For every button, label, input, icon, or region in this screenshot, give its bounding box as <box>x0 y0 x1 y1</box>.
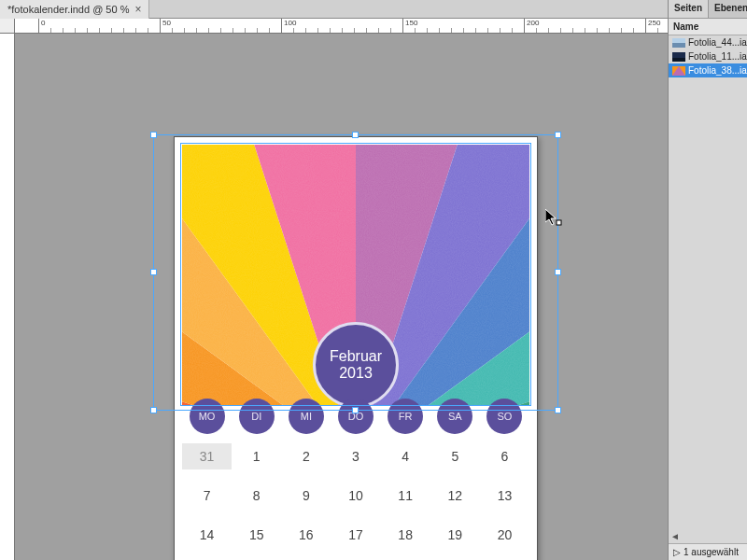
ruler-tick: 50 <box>160 19 171 34</box>
panel-tabs: Seiten Ebenen <box>669 0 747 19</box>
calendar-grid: 311234567891011121314151617181920 <box>182 443 529 548</box>
tab-ebenen[interactable]: Ebenen <box>709 0 747 18</box>
calendar-cell: 15 <box>232 522 281 548</box>
panel-footer: ▷ 1 ausgewählt <box>669 543 747 560</box>
calendar-cell: 16 <box>281 522 331 548</box>
links-list: Fotolia_44...ia Fotolia_11...ia Fotolia_… <box>669 35 747 77</box>
calendar-cell: 18 <box>381 522 430 548</box>
calendar-cell: 5 <box>430 443 480 469</box>
calendar-cell: 31 <box>182 443 232 469</box>
links-panel: Seiten Ebenen Name Fotolia_44...ia Fotol… <box>668 0 747 560</box>
inner-frame <box>180 143 531 406</box>
svg-rect-14 <box>672 58 685 62</box>
calendar-cell: 11 <box>381 483 430 509</box>
tab-seiten[interactable]: Seiten <box>669 0 709 18</box>
document-tab-title: *fotokalender.indd @ 50 % <box>7 4 129 15</box>
calendar-cell: 8 <box>232 483 281 509</box>
calendar-cell: 9 <box>281 483 331 509</box>
calendar-cell: 10 <box>331 483 380 509</box>
calendar-cell: 19 <box>430 522 480 548</box>
ruler-corner <box>0 19 15 34</box>
thumbnail-icon <box>672 38 685 48</box>
link-item[interactable]: Fotolia_11...ia <box>669 49 747 63</box>
calendar-cell: 13 <box>480 483 529 509</box>
svg-rect-12 <box>672 43 685 48</box>
disclosure-icon[interactable]: ▷ <box>673 547 681 557</box>
thumbnail-icon <box>672 66 685 76</box>
scroll-left-icon[interactable]: ◄ <box>670 531 680 541</box>
calendar-cell: 17 <box>331 522 380 548</box>
calendar-cell: 7 <box>182 483 232 509</box>
tab-bar: *fotokalender.indd @ 50 % × <box>0 0 747 19</box>
calendar-cell: 6 <box>480 443 529 469</box>
link-label: Fotolia_11...ia <box>688 51 747 62</box>
calendar-cell: 3 <box>331 443 380 469</box>
calendar-cell: 20 <box>480 522 529 548</box>
link-item[interactable]: Fotolia_44...ia <box>669 35 747 49</box>
calendar-cell: 12 <box>430 483 480 509</box>
calendar-cell: 4 <box>381 443 430 469</box>
panel-column-header: Name <box>669 19 747 35</box>
ruler-vertical[interactable] <box>0 19 15 560</box>
calendar-cell: 1 <box>232 443 281 469</box>
close-icon[interactable]: × <box>134 3 141 16</box>
ruler-horizontal[interactable]: 050100150200250 <box>15 19 668 34</box>
document-tab[interactable]: *fotokalender.indd @ 50 % × <box>0 0 149 19</box>
link-label: Fotolia_38...ia <box>688 65 747 76</box>
ruler-tick: 0 <box>38 19 45 34</box>
link-item[interactable]: Fotolia_38...ia <box>669 63 747 77</box>
calendar-cell: 2 <box>281 443 331 469</box>
calendar-cell: 14 <box>182 522 232 548</box>
selection-count: 1 ausgewählt <box>684 547 739 557</box>
canvas[interactable]: Februar 2013 MODIMIDOFRSASO 311234567891… <box>15 34 668 560</box>
thumbnail-icon <box>672 52 685 62</box>
link-label: Fotolia_44...ia <box>688 37 747 48</box>
